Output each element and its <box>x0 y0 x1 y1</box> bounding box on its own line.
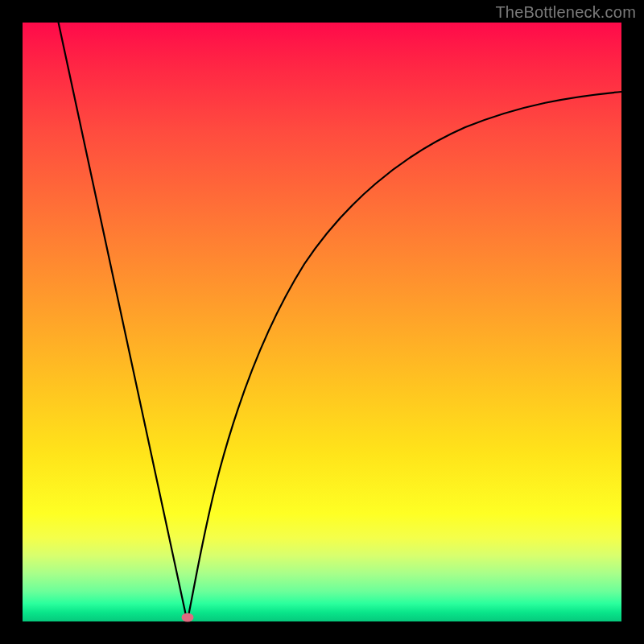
curve-path <box>59 23 621 621</box>
watermark-text: TheBottleneck.com <box>495 3 636 22</box>
optimum-marker <box>181 613 193 622</box>
chart-frame: TheBottleneck.com <box>0 0 644 644</box>
plot-area <box>23 23 621 621</box>
bottleneck-curve <box>23 23 621 621</box>
